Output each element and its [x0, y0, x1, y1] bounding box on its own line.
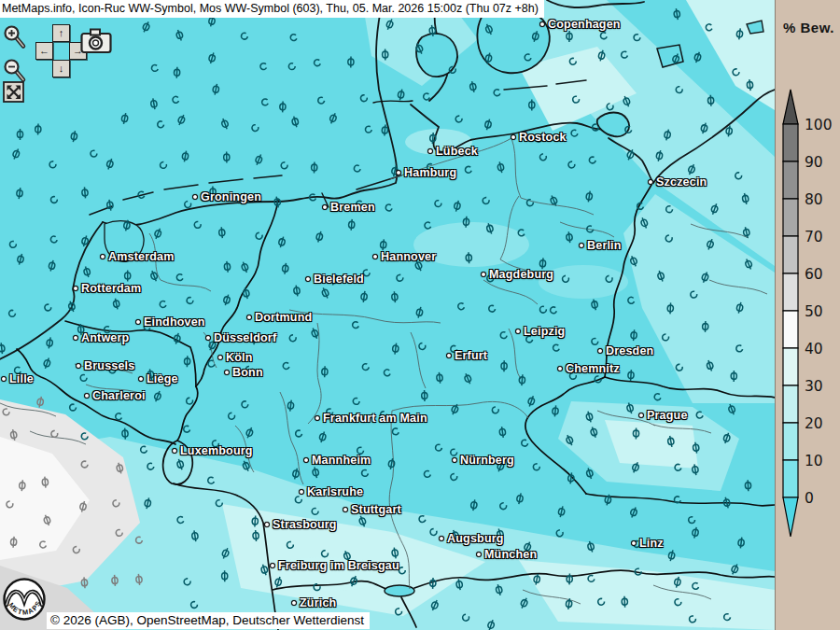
ww-symbol-phi	[106, 199, 114, 211]
ww-symbol-phi	[17, 129, 22, 140]
ww-symbol-phi	[311, 161, 317, 173]
fullscreen-button[interactable]	[3, 81, 25, 104]
scale-tick-label: 20	[805, 415, 823, 432]
scale-segment	[783, 311, 798, 348]
scale-tick-label: 40	[805, 341, 823, 357]
ww-symbol-circle	[363, 270, 370, 276]
scale-segment	[783, 460, 798, 497]
ww-symbol-circle	[491, 406, 499, 414]
ww-symbol-phi	[348, 219, 355, 231]
ww-symbol-phi	[282, 262, 289, 274]
screenshot-button[interactable]	[80, 27, 112, 55]
ww-symbol-circle	[194, 221, 202, 229]
map-canvas[interactable]: CopenhagenRostockLübeckHamburgSzczecinGr…	[0, 0, 775, 630]
ww-symbol-phi	[112, 298, 120, 310]
ww-symbol-phi	[36, 396, 44, 408]
ww-symbol-phi	[173, 332, 181, 344]
ww-symbol-circle	[553, 343, 561, 352]
ww-symbol-circle	[183, 426, 190, 433]
ww-symbol-circle	[483, 197, 490, 204]
ww-symbol-circle	[362, 363, 369, 370]
ww-symbol-circle	[245, 366, 253, 374]
ww-symbol-phi	[330, 273, 340, 286]
ww-symbol-circle	[380, 411, 387, 418]
ww-symbol-phi	[291, 116, 300, 128]
ww-symbol-circle	[104, 326, 111, 333]
scale-tick-label: 70	[805, 229, 823, 245]
ww-symbol-circle	[539, 153, 547, 161]
ww-symbol-phi	[627, 370, 634, 381]
ww-symbol-phi	[251, 333, 257, 344]
ww-symbol-phi	[585, 190, 593, 203]
ww-symbol-phi	[557, 506, 566, 518]
ww-symbol-circle	[525, 336, 533, 343]
ww-symbol-phi	[224, 152, 230, 163]
ww-symbol-phi	[149, 270, 159, 282]
ww-symbol-phi	[293, 285, 301, 297]
ww-symbol-circle	[392, 427, 399, 435]
ww-symbol-phi	[436, 372, 442, 385]
ww-symbol-circle	[9, 241, 17, 248]
magnifier-minus-icon	[6, 61, 24, 80]
ww-symbol-circle	[424, 470, 431, 478]
ww-symbol-circle	[14, 366, 22, 374]
ww-symbol-phi	[245, 427, 254, 439]
ww-symbol-circle	[314, 59, 322, 67]
ww-symbol-circle	[259, 63, 268, 71]
ww-symbol-phi	[320, 287, 329, 299]
ww-symbol-phi	[287, 399, 295, 412]
ww-symbol-circle	[423, 92, 431, 101]
map-title: MetMaps.info, Icon-Ruc WW-Symbol, Mos WW…	[0, 0, 544, 18]
ww-symbol-circle	[674, 496, 681, 503]
magnifier-plus-icon	[6, 27, 24, 47]
ww-symbol-circle	[327, 409, 333, 415]
scale-tick-label: 80	[805, 191, 823, 208]
ww-symbol-circle	[360, 94, 368, 102]
arrow-up-icon: ↑	[59, 28, 64, 38]
ww-symbol-circle	[384, 369, 392, 377]
ww-symbol-circle	[255, 231, 263, 240]
legend-panel: % Bew. 1009080706050403020100	[775, 0, 840, 630]
zoom-in-button[interactable]	[3, 24, 28, 51]
ww-symbol-phi	[241, 261, 250, 273]
ww-symbol-circle	[627, 296, 636, 304]
scale-tick-label: 60	[805, 266, 823, 283]
ww-symbol-circle	[465, 166, 473, 175]
pan-down-button[interactable]: ↓	[52, 60, 70, 77]
ww-symbol-phi	[415, 306, 424, 318]
ww-symbol-phi	[629, 506, 638, 518]
ww-symbol-phi	[469, 81, 477, 93]
ww-symbol-circle	[488, 305, 496, 313]
ww-symbol-circle	[526, 199, 534, 206]
cloud-cover-scale: 1009080706050403020100	[776, 0, 840, 630]
ww-symbol-circle	[354, 164, 361, 172]
map-graphics	[0, 0, 775, 630]
ww-symbol-phi	[120, 113, 128, 125]
ww-symbol-circle	[450, 473, 457, 481]
ww-symbol-circle	[251, 124, 259, 132]
ww-symbol-phi	[315, 231, 324, 243]
ww-symbol-circle	[282, 362, 290, 371]
ww-symbol-circle	[91, 150, 97, 157]
ww-symbol-circle	[352, 321, 360, 329]
pan-left-button[interactable]: ←	[35, 42, 53, 60]
ww-symbol-phi	[212, 83, 219, 95]
attribution: © 2026 (AGB), OpenStreetMap, Deutscher W…	[47, 612, 370, 629]
ww-symbol-circle	[385, 203, 393, 211]
ww-symbol-phi	[318, 431, 327, 443]
ww-symbol-circle	[567, 161, 575, 169]
cloud-cover-patches	[0, 0, 775, 630]
ww-symbol-phi	[141, 21, 151, 33]
ww-symbol-phi	[46, 337, 53, 349]
ww-symbol-phi	[591, 299, 599, 311]
scale-tick-label: 90	[805, 154, 823, 171]
scale-segment	[783, 161, 798, 199]
metmaps-weather-map-app: CopenhagenRostockLübeckHamburgSzczecinGr…	[0, 0, 840, 630]
ww-symbol-circle	[108, 366, 117, 374]
ww-symbol-circle	[427, 163, 434, 171]
ww-symbol-phi	[122, 427, 129, 439]
ww-symbol-circle	[228, 413, 236, 421]
ww-symbol-circle	[535, 135, 542, 143]
ww-symbol-phi	[254, 153, 263, 165]
pan-up-button[interactable]: ↑	[52, 24, 70, 42]
